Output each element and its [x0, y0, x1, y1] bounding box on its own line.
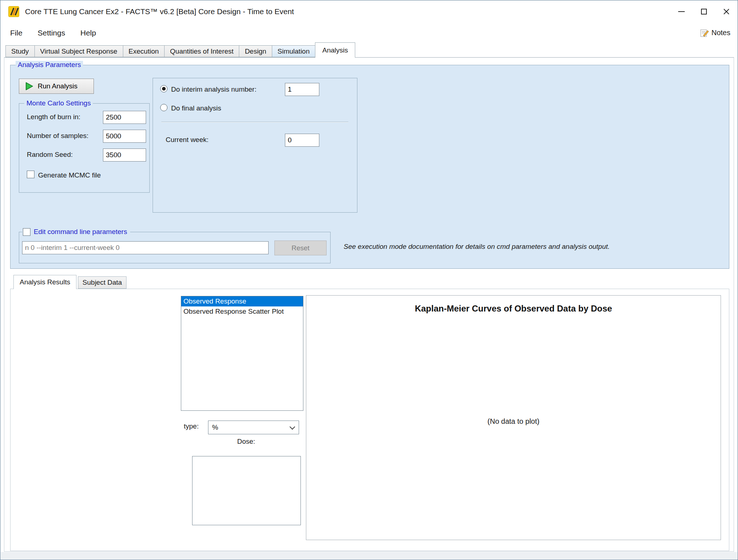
title-bar: Core TTE Lung Cancer Ex2 - FACTS™ v6.2 […: [0, 0, 738, 23]
tab-design[interactable]: Design: [239, 45, 272, 57]
monte-carlo-settings-group: Monte Carlo Settings Length of burn in: …: [19, 103, 150, 193]
notes-label: Notes: [712, 29, 730, 37]
menu-help[interactable]: Help: [73, 26, 104, 39]
minimize-button[interactable]: [670, 0, 693, 23]
burn-in-input[interactable]: [103, 111, 146, 124]
type-dropdown[interactable]: %: [208, 421, 299, 434]
generate-mcmc-label: Generate MCMC file: [38, 171, 101, 179]
app-window: Core TTE Lung Cancer Ex2 - FACTS™ v6.2 […: [0, 0, 738, 560]
list-item-observed-response[interactable]: Observed Response: [181, 296, 303, 306]
chart-title: Kaplan-Meier Curves of Observed Data by …: [306, 304, 721, 314]
window-bottom-frame: [1, 552, 737, 559]
analysis-parameters-group: Analysis Parameters Run Analysis Monte C…: [10, 65, 729, 269]
notes-icon: [700, 28, 709, 38]
samples-input[interactable]: [103, 130, 146, 143]
interim-analysis-radio[interactable]: [160, 85, 167, 92]
list-item-observed-response-scatter[interactable]: Observed Response Scatter Plot: [181, 306, 303, 317]
tab-analysis-results[interactable]: Analysis Results: [13, 275, 76, 289]
tab-execution[interactable]: Execution: [123, 45, 165, 57]
current-week-input[interactable]: [285, 134, 319, 147]
cmd-documentation-note: See execution mode documentation for det…: [344, 243, 610, 251]
maximize-button[interactable]: [693, 0, 715, 23]
tab-simulation[interactable]: Simulation: [272, 45, 316, 57]
plot-type-listbox[interactable]: Observed Response Observed Response Scat…: [181, 296, 303, 411]
kaplan-meier-chart: Kaplan-Meier Curves of Observed Data by …: [306, 295, 721, 540]
analysis-tab-page: Analysis Parameters Run Analysis Monte C…: [4, 57, 734, 552]
close-icon: [723, 8, 730, 15]
run-analysis-label: Run Analysis: [38, 82, 78, 90]
dose-label: Dose:: [181, 438, 311, 446]
run-play-icon: [24, 82, 34, 91]
window-title: Core TTE Lung Cancer Ex2 - FACTS™ v6.2 […: [25, 7, 294, 16]
window-controls: [670, 0, 738, 23]
burn-in-label: Length of burn in:: [27, 113, 80, 121]
monte-carlo-group-title: Monte Carlo Settings: [24, 99, 93, 107]
tab-quantities-of-interest[interactable]: Quantities of Interest: [164, 45, 239, 57]
analysis-parameters-group-title: Analysis Parameters: [16, 61, 83, 69]
menu-file[interactable]: File: [3, 26, 30, 39]
tab-virtual-subject-response[interactable]: Virtual Subject Response: [34, 45, 123, 57]
analysis-results-panel: Observed Response Observed Response Scat…: [10, 289, 729, 551]
current-week-label: Current week:: [166, 136, 208, 144]
minimize-icon: [678, 11, 685, 12]
command-line-group: Edit command line parameters Reset: [19, 232, 331, 263]
tab-subject-data[interactable]: Subject Data: [78, 276, 127, 289]
final-analysis-radio[interactable]: [160, 104, 167, 111]
random-seed-label: Random Seed:: [27, 151, 73, 159]
interim-number-input[interactable]: [285, 83, 319, 96]
menu-settings[interactable]: Settings: [30, 26, 73, 39]
notes-button[interactable]: Notes: [700, 23, 730, 43]
final-analysis-label: Do final analysis: [171, 104, 221, 112]
type-dropdown-value: %: [212, 423, 218, 431]
command-line-input[interactable]: [22, 241, 269, 254]
edit-cmd-checkbox[interactable]: [23, 228, 30, 236]
menu-bar: File Settings Help: [0, 23, 738, 43]
interim-analysis-label: Do interim analysis number:: [171, 85, 256, 93]
app-logo-icon: [8, 6, 19, 17]
samples-label: Number of samples:: [27, 132, 88, 140]
close-button[interactable]: [715, 0, 738, 23]
tab-analysis[interactable]: Analysis: [315, 42, 355, 58]
edit-cmd-label: Edit command line parameters: [34, 228, 127, 236]
mode-separator: [161, 122, 348, 122]
type-label: type:: [184, 422, 199, 430]
dose-listbox[interactable]: [192, 456, 301, 525]
chevron-down-icon: [290, 424, 295, 430]
chart-empty-message: (No data to plot): [306, 417, 721, 426]
run-analysis-button[interactable]: Run Analysis: [19, 79, 94, 94]
maximize-icon: [701, 9, 707, 14]
command-line-header: Edit command line parameters: [22, 228, 130, 236]
generate-mcmc-checkbox[interactable]: [27, 171, 34, 178]
reset-button[interactable]: Reset: [274, 241, 327, 255]
random-seed-input[interactable]: [103, 149, 146, 162]
analysis-mode-group: Do interim analysis number: Do final ana…: [153, 78, 357, 213]
main-tab-bar: Study Virtual Subject Response Execution…: [5, 42, 733, 58]
tab-study[interactable]: Study: [5, 45, 35, 57]
